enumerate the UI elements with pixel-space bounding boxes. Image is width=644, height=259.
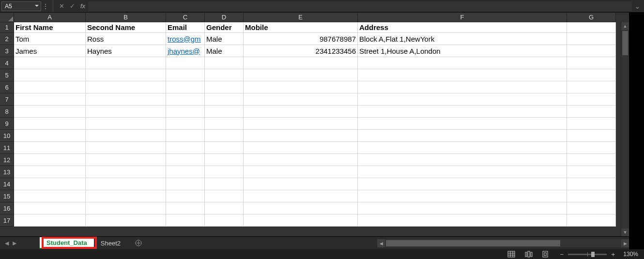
cell[interactable] [567,154,616,166]
hscroll-thumb[interactable] [386,240,560,246]
zoom-track[interactable] [568,254,607,255]
cell[interactable]: James [14,45,86,57]
cell[interactable] [244,93,358,106]
vscroll-thumb[interactable] [622,31,628,55]
cell[interactable] [244,166,358,178]
cancel-icon[interactable]: ✕ [56,1,67,11]
row-header[interactable]: 6 [0,81,14,93]
column-header[interactable]: F [358,13,567,22]
cell[interactable] [14,166,86,178]
select-all-corner[interactable] [0,13,14,22]
cell[interactable] [567,214,616,227]
cell[interactable] [244,202,358,214]
column-header[interactable]: C [166,13,205,22]
cell[interactable]: Block A,Flat 1,NewYork [358,33,567,45]
cell[interactable] [86,202,166,214]
cell[interactable] [358,81,567,93]
cell[interactable] [358,142,567,154]
cell[interactable] [86,142,166,154]
cell[interactable] [567,57,616,69]
row-header[interactable]: 16 [0,202,14,214]
scroll-down-icon[interactable]: ▼ [621,229,629,236]
cell[interactable] [14,202,86,214]
cell[interactable] [358,130,567,142]
cell[interactable] [567,190,616,202]
cell[interactable]: Male [205,45,244,57]
cell[interactable] [14,154,86,166]
cell[interactable]: Street 1,House A,London [358,45,567,57]
cell[interactable] [166,214,205,227]
cell[interactable] [205,81,244,93]
cell[interactable] [567,93,616,106]
scroll-right-icon[interactable]: ▶ [621,239,629,247]
row-header[interactable]: 13 [0,166,14,178]
cell[interactable]: Gender [205,22,244,33]
cell[interactable] [205,178,244,190]
cell[interactable]: Email [166,22,205,33]
dropdown-icon[interactable] [35,5,39,7]
cell[interactable] [244,154,358,166]
cell[interactable] [166,69,205,81]
enter-icon[interactable]: ✓ [67,1,77,11]
cell[interactable] [567,130,616,142]
cell[interactable] [205,142,244,154]
column-header[interactable]: B [86,13,166,22]
cell[interactable] [358,69,567,81]
zoom-out-button[interactable]: − [558,251,565,258]
cell[interactable] [358,190,567,202]
cell[interactable] [567,106,616,118]
cell[interactable] [205,202,244,214]
cells-area[interactable]: First NameSecond NameEmailGenderMobileAd… [14,22,616,227]
cell[interactable] [244,142,358,154]
cell[interactable] [358,57,567,69]
cell[interactable] [244,106,358,118]
add-sheet-button[interactable] [133,238,144,248]
cell[interactable] [86,178,166,190]
cell[interactable] [205,106,244,118]
cell[interactable] [358,202,567,214]
row-header[interactable]: 3 [0,45,14,57]
zoom-knob[interactable] [591,252,595,257]
fx-icon[interactable]: fx [77,1,88,11]
cell[interactable] [205,57,244,69]
cell[interactable] [166,154,205,166]
cell[interactable] [86,214,166,227]
row-header[interactable]: 9 [0,118,14,130]
expand-formula-icon[interactable]: ⌄ [633,2,642,11]
name-box[interactable]: A5 [1,1,41,11]
cell[interactable] [86,118,166,130]
cell[interactable]: tross@gm [166,33,205,45]
cell[interactable] [166,81,205,93]
cell[interactable]: Tom [14,33,86,45]
column-header[interactable]: G [567,13,616,22]
cell[interactable] [358,154,567,166]
cell[interactable] [205,166,244,178]
column-header[interactable]: E [244,13,358,22]
vertical-scrollbar[interactable]: ▲ ▼ [621,22,629,236]
cell[interactable] [244,118,358,130]
row-header[interactable]: 2 [0,33,14,45]
cell[interactable] [86,154,166,166]
cell[interactable] [567,33,616,45]
cell[interactable] [205,93,244,106]
row-header[interactable]: 1 [0,22,14,33]
cell[interactable] [205,190,244,202]
cell[interactable] [205,69,244,81]
cell[interactable] [166,93,205,106]
cell[interactable]: First Name [14,22,86,33]
cell[interactable] [244,69,358,81]
cell[interactable] [14,81,86,93]
more-icon[interactable]: ⋮ [41,2,50,10]
cell[interactable] [567,81,616,93]
view-page-break-icon[interactable] [541,250,552,259]
cell[interactable]: 2341233456 [244,45,358,57]
view-normal-icon[interactable] [506,250,517,259]
sheet-nav-next-icon[interactable]: ▶ [11,238,18,248]
cell[interactable] [244,130,358,142]
cell[interactable] [567,118,616,130]
row-header[interactable]: 12 [0,154,14,166]
sheet-tab-student-data[interactable]: Student_Data [40,237,94,249]
sheet-tab-sheet2[interactable]: Sheet2 [94,237,127,249]
cell[interactable] [205,118,244,130]
cell[interactable] [358,118,567,130]
